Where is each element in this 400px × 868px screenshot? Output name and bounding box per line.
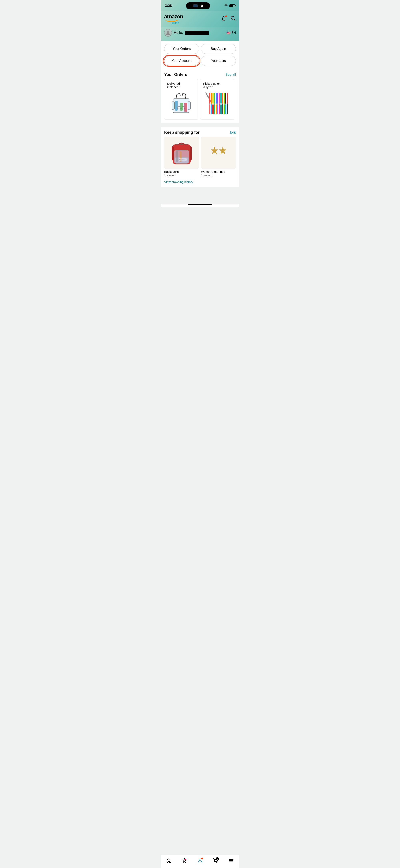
earrings-illustration <box>206 144 230 162</box>
search-icon <box>230 16 236 21</box>
order-date-2: Picked up onJuly 27 <box>203 82 231 89</box>
svg-rect-29 <box>219 104 220 114</box>
greeting-text: Hello, <box>174 31 209 35</box>
svg-rect-9 <box>180 103 182 111</box>
svg-point-1 <box>167 31 169 33</box>
svg-rect-8 <box>184 103 187 112</box>
app-header: amazon prime <box>161 11 239 27</box>
language-selector[interactable]: 🇺🇸 EN <box>226 31 236 35</box>
orders-header: Your Orders See all <box>161 69 239 79</box>
order-image-2 <box>203 91 231 117</box>
backpack-image: Furniture <box>164 137 199 169</box>
keep-shopping-section: Keep shopping for Edit <box>161 127 239 187</box>
svg-rect-23 <box>209 104 210 114</box>
lang-code: EN <box>231 31 236 35</box>
avatar-icon <box>165 30 171 35</box>
svg-rect-32 <box>224 104 225 114</box>
svg-rect-40 <box>176 151 178 162</box>
battery-icon <box>229 4 235 7</box>
see-all-orders-link[interactable]: See all <box>225 73 236 77</box>
svg-rect-3 <box>172 102 174 110</box>
svg-rect-12 <box>211 93 212 104</box>
bell-button[interactable] <box>221 16 227 22</box>
your-account-button[interactable]: Your Account <box>164 56 199 66</box>
view-browsing-hint[interactable]: View browsing history <box>161 180 239 187</box>
order-image-1 <box>167 91 195 117</box>
svg-rect-5 <box>175 101 177 111</box>
velcro-product-image <box>204 92 230 116</box>
svg-rect-34 <box>227 104 228 114</box>
keep-shopping-title: Keep shopping for <box>164 130 200 135</box>
order-card-1[interactable]: DeliveredOctober 5 <box>164 79 198 120</box>
svg-rect-11 <box>209 93 210 104</box>
svg-rect-18 <box>221 93 222 104</box>
greeting-bar: Hello, 🇺🇸 EN <box>161 27 239 41</box>
svg-rect-24 <box>211 104 212 114</box>
status-time: 3:28 <box>165 4 172 8</box>
notification-dot <box>225 16 227 17</box>
backpack-meta: 1 viewed <box>164 174 199 177</box>
search-button[interactable] <box>230 16 236 22</box>
orders-title: Your Orders <box>164 72 187 77</box>
your-orders-button[interactable]: Your Orders <box>164 44 199 54</box>
earrings-image <box>201 137 236 169</box>
svg-rect-14 <box>214 93 215 104</box>
avatar[interactable] <box>164 29 172 37</box>
svg-rect-37 <box>172 146 174 160</box>
edit-link[interactable]: Edit <box>230 130 236 134</box>
svg-rect-38 <box>190 146 192 160</box>
status-bar: 3:28 <box>161 0 239 11</box>
your-lists-button[interactable]: Your Lists <box>201 56 236 66</box>
header-icons <box>221 16 236 22</box>
svg-rect-13 <box>212 93 213 104</box>
buy-again-button[interactable]: Buy Again <box>201 44 236 54</box>
order-card-2[interactable]: Picked up onJuly 27 <box>200 79 234 120</box>
product-card-backpack[interactable]: Furniture Backpacks 1 viewed <box>164 137 199 177</box>
svg-rect-33 <box>225 104 226 114</box>
svg-rect-21 <box>225 93 226 104</box>
svg-rect-4 <box>188 102 190 110</box>
svg-rect-22 <box>227 93 228 104</box>
order-date-1: DeliveredOctober 5 <box>167 82 195 89</box>
wifi-icon <box>224 4 228 7</box>
home-indicator-bar <box>188 204 212 205</box>
user-name-redacted <box>185 31 209 35</box>
svg-rect-20 <box>224 93 225 104</box>
orders-section: Your Orders See all DeliveredOctober 5 <box>161 69 239 125</box>
svg-rect-27 <box>215 104 217 114</box>
svg-text:Furniture: Furniture <box>179 159 185 160</box>
svg-rect-26 <box>214 104 215 114</box>
backpack-illustration: Furniture <box>169 138 195 167</box>
svg-rect-25 <box>212 104 213 114</box>
status-right <box>224 4 235 7</box>
keep-shopping-header: Keep shopping for Edit <box>161 127 239 137</box>
product-grid: Furniture Backpacks 1 viewed <box>161 137 239 180</box>
earrings-meta: 1 viewed <box>201 174 236 177</box>
svg-rect-28 <box>217 104 219 114</box>
svg-rect-17 <box>219 93 220 104</box>
dynamic-island <box>186 2 210 9</box>
audio-bars <box>199 4 203 7</box>
product-card-earrings[interactable]: Women's earrings 1 viewed <box>201 137 236 177</box>
greeting-left[interactable]: Hello, <box>164 29 209 37</box>
svg-rect-15 <box>215 93 217 104</box>
svg-rect-31 <box>222 104 223 114</box>
flag-emoji: 🇺🇸 <box>226 31 230 35</box>
svg-rect-30 <box>221 104 222 114</box>
amazon-wordmark: amazon <box>164 13 183 20</box>
bag-product-image <box>169 92 193 116</box>
earrings-name: Women's earrings <box>201 170 236 173</box>
quick-actions: Your Orders Buy Again Your Account Your … <box>161 41 239 69</box>
orders-scroll[interactable]: DeliveredOctober 5 <box>161 79 239 123</box>
prime-label: prime <box>172 22 179 24</box>
backpack-name: Backpacks <box>164 170 199 173</box>
svg-rect-16 <box>217 93 219 104</box>
svg-rect-19 <box>222 93 223 104</box>
amazon-logo[interactable]: amazon prime <box>164 13 183 24</box>
screen-thumbnail <box>193 4 198 7</box>
